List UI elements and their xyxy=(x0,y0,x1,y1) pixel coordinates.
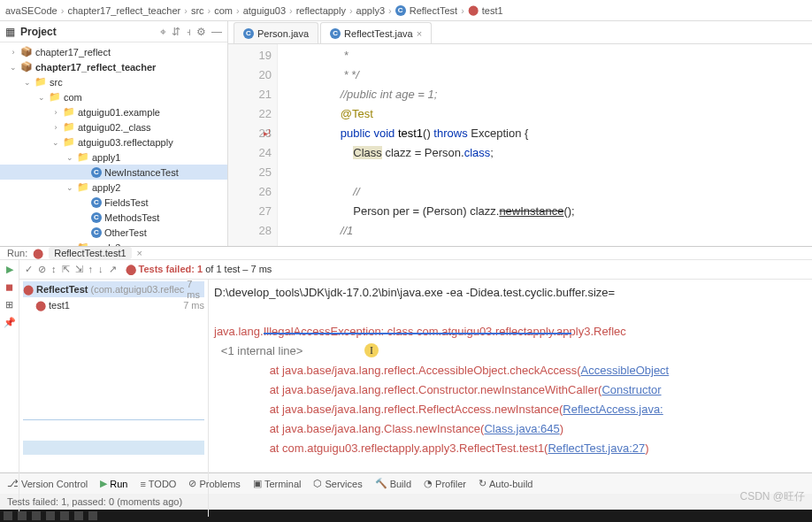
tree-node[interactable]: apply1 xyxy=(92,152,120,163)
tree-node[interactable]: chapter17_reflect xyxy=(35,47,111,58)
tree-node[interactable]: src xyxy=(50,77,63,88)
fail-icon: ⬤ xyxy=(23,284,34,296)
tab-reflecttest[interactable]: CReflectTest.java× xyxy=(320,22,432,43)
class-icon: C xyxy=(330,28,341,39)
bc-pkg2[interactable]: atguigu03 xyxy=(243,5,286,16)
folder-icon xyxy=(77,181,89,194)
stop-icon[interactable]: ◼ xyxy=(3,280,17,294)
taskbar-icon[interactable] xyxy=(46,511,55,520)
run-tab[interactable]: ▶Run xyxy=(100,478,127,489)
tree-node[interactable]: atguigu01.example xyxy=(78,107,160,118)
code-area[interactable]: 19 20 21 22 23 24 25 26 27 28 ▸! * * */ … xyxy=(228,44,812,246)
project-tree[interactable]: ›chapter17_reflect ⌄chapter17_reflect_te… xyxy=(0,42,227,246)
main-area: ▦ Project ⌖ ⇵ ⫞ ⚙ — ›chapter17_reflect ⌄… xyxy=(0,21,812,246)
code-text[interactable]: * * */ //public int age = 1; @Test publi… xyxy=(278,44,812,246)
tree-node[interactable]: atguigu02._class xyxy=(78,122,151,133)
run-label: Run: xyxy=(7,248,27,258)
tree-node[interactable]: apply3 xyxy=(92,242,120,247)
close-icon[interactable]: × xyxy=(137,248,142,258)
tree-node[interactable]: MethodsTest xyxy=(104,212,159,223)
tree-node[interactable]: atguigu03.reflectapply xyxy=(78,137,173,148)
editor-pane: CPerson.java CReflectTest.java× 19 20 21… xyxy=(228,21,812,246)
prev-icon[interactable]: ↑ xyxy=(88,264,94,275)
module-icon xyxy=(20,61,33,73)
bc-module[interactable]: chapter17_reflect_teacher xyxy=(67,5,180,16)
vcs-tab[interactable]: ⎇Version Control xyxy=(7,478,88,489)
folder-icon xyxy=(34,76,47,88)
list-icon: ≡ xyxy=(140,479,145,489)
tree-node-selected[interactable]: NewInstanceTest xyxy=(104,167,179,178)
collapse-icon[interactable]: ⫞ xyxy=(186,26,191,38)
next-icon[interactable]: ↓ xyxy=(98,264,103,275)
annotation-underline xyxy=(264,333,571,334)
tree-node[interactable]: FieldsTest xyxy=(104,197,149,208)
branch-icon: ⎇ xyxy=(7,478,19,489)
bc-class[interactable]: ReflectTest xyxy=(410,5,457,16)
layout-icon[interactable]: ⊞ xyxy=(3,297,17,311)
filter-icon[interactable]: ⊘ xyxy=(38,264,46,275)
tab-label: Person.java xyxy=(257,28,309,39)
taskbar-icon[interactable] xyxy=(74,511,83,520)
project-icon: ▦ xyxy=(5,26,15,38)
class-icon: C xyxy=(91,167,102,178)
run-tab-name[interactable]: ReflectTest.test1 xyxy=(49,247,131,259)
tree-node[interactable]: apply2 xyxy=(92,182,120,193)
taskbar-icon[interactable] xyxy=(32,511,41,520)
taskbar-icon[interactable] xyxy=(18,511,27,520)
expand-all-icon[interactable]: ⇱ xyxy=(62,264,70,275)
bc-src[interactable]: src xyxy=(191,5,204,16)
breadcrumb-bar: avaSECode› chapter17_reflect_teacher› sr… xyxy=(0,0,812,21)
todo-tab[interactable]: ≡TODO xyxy=(140,479,176,489)
status-text: Tests failed: 1, passed: 0 (moments ago) xyxy=(7,496,182,507)
module-icon xyxy=(20,46,33,58)
test-item[interactable]: ⬤ test1 7 ms xyxy=(23,297,204,313)
bc-pkg3[interactable]: reflectapply xyxy=(296,5,346,16)
bc-pkg4[interactable]: apply3 xyxy=(356,5,385,16)
class-icon: C xyxy=(91,227,102,238)
collapse-all-icon[interactable]: ⇲ xyxy=(75,264,83,275)
editor-tabs: CPerson.java CReflectTest.java× xyxy=(228,21,812,44)
class-icon: C xyxy=(395,5,406,16)
hide-icon[interactable]: — xyxy=(211,26,222,38)
bc-pkg1[interactable]: com xyxy=(214,5,233,16)
pin-icon[interactable]: 📌 xyxy=(3,315,17,329)
taskbar-icon[interactable] xyxy=(88,511,97,520)
class-icon: C xyxy=(243,28,254,39)
taskbar-icon[interactable] xyxy=(4,511,12,520)
gutter: 19 20 21 22 23 24 25 26 27 28 ▸! xyxy=(228,44,278,246)
run-header: ✓ ⊘ ↕ ⇱ ⇲ ↑ ↓ ↗ ⬤ Tests failed: 1 of 1 t… xyxy=(19,260,812,280)
taskbar-icon[interactable] xyxy=(60,511,69,520)
folder-icon xyxy=(63,121,75,134)
close-icon[interactable]: × xyxy=(417,28,422,39)
folder-icon xyxy=(49,91,61,104)
run-marker-icon[interactable]: ▸! xyxy=(264,124,271,143)
tab-person[interactable]: CPerson.java xyxy=(234,22,318,43)
class-icon: C xyxy=(91,212,102,223)
tree-node[interactable]: com xyxy=(64,92,82,103)
project-pane: ▦ Project ⌖ ⇵ ⫞ ⚙ — ›chapter17_reflect ⌄… xyxy=(0,21,228,246)
rerun-icon[interactable]: ▶ xyxy=(3,262,17,276)
fail-icon: ⬤ xyxy=(35,300,46,311)
bc-method[interactable]: test1 xyxy=(482,5,503,16)
expand-icon[interactable]: ⇵ xyxy=(172,26,180,38)
target-icon[interactable]: ⌖ xyxy=(160,26,166,38)
test-root[interactable]: ⬤ ReflectTest (com.atguigu03.reflec 7 ms xyxy=(23,281,204,297)
tree-node[interactable]: OtherTest xyxy=(104,227,147,238)
check-icon[interactable]: ✓ xyxy=(25,264,33,275)
cursor-highlight: I xyxy=(364,343,379,357)
tree-node[interactable]: chapter17_reflect_teacher xyxy=(35,62,156,73)
run-panel: Run: ⬤ ReflectTest.test1 × ▶ ◼ ⊞ 📌 ✓ ⊘ ↕… xyxy=(0,246,812,472)
test-method-icon: ⬤ xyxy=(468,4,479,16)
class-icon: C xyxy=(91,197,102,208)
folder-icon xyxy=(63,136,75,149)
tab-label: ReflectTest.java xyxy=(344,28,413,39)
console-output[interactable]: D:\develop_tools\JDK\jdk-17.0.2\bin\java… xyxy=(209,280,812,517)
run-tab-bar: Run: ⬤ ReflectTest.test1 × xyxy=(0,247,812,260)
play-icon: ▶ xyxy=(100,478,107,489)
gear-icon[interactable]: ⚙ xyxy=(196,26,206,38)
project-title[interactable]: Project xyxy=(20,26,155,38)
bc-root[interactable]: avaSECode xyxy=(5,5,57,16)
sort-icon[interactable]: ↕ xyxy=(51,264,57,275)
minichart xyxy=(23,419,204,455)
export-icon[interactable]: ↗ xyxy=(109,264,117,275)
